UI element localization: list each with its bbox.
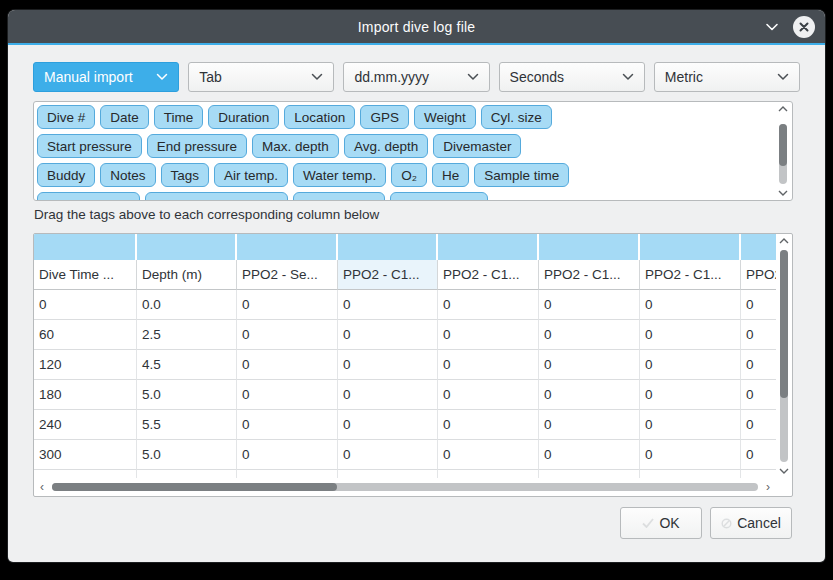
column-drop-target[interactable] [539,234,640,260]
field-tag[interactable]: O₂ [391,163,427,187]
table-cell: 0 [741,350,776,380]
column-drop-target[interactable] [640,234,741,260]
field-tag[interactable]: Notes [100,163,155,187]
tag-list-box: Dive #DateTimeDurationLocationGPSWeightC… [33,101,793,201]
column-header[interactable]: Depth (m) [137,260,237,290]
field-tag[interactable]: Dive # [37,105,95,129]
scroll-down-icon[interactable] [776,188,790,198]
field-separator-dropdown[interactable]: Tab [188,62,334,92]
cancel-button[interactable]: Cancel [710,507,792,539]
tag-row: Dive #DateTimeDurationLocationGPSWeightC… [37,105,772,129]
table-cell: 5.0 [137,440,237,470]
table-cell: 0 [338,380,438,410]
duration-format-dropdown[interactable]: Seconds [499,62,645,92]
chevron-down-icon[interactable] [765,23,779,31]
field-tag[interactable]: Water temp. [293,163,386,187]
field-tag[interactable]: Date [100,105,149,129]
units-dropdown[interactable]: Metric [654,62,800,92]
field-tag[interactable]: Weight [414,105,476,129]
table-cell: 0 [741,380,776,410]
dialog-buttons: OK Cancel [620,507,792,539]
tag-list-scrollbar[interactable] [776,104,790,198]
scroll-right-icon[interactable]: › [762,479,774,495]
field-tag[interactable]: Sample time [474,163,569,187]
table-cell: 0 [237,380,338,410]
field-tag[interactable]: Divemaster [433,134,521,158]
tag-row: Sample depthSample temperatureSample pO₂… [37,192,772,200]
field-tag[interactable]: Sample pO₂ [293,192,386,200]
tag-row: BuddyNotesTagsAir temp.Water temp.O₂HeSa… [37,163,772,187]
table-vertical-scrollbar[interactable] [777,236,791,476]
column-drop-target[interactable] [137,234,237,260]
field-tag[interactable]: GPS [360,105,409,129]
scroll-left-icon[interactable]: ‹ [36,479,48,495]
import-options-row: Manual importTabdd.mm.yyyySecondsMetric [33,62,800,92]
field-tag[interactable]: Sample temperature [145,192,287,200]
table-cell: 120 [34,350,137,380]
table-cell: 0 [438,350,539,380]
import-mode-dropdown[interactable]: Manual import [33,62,179,92]
column-header[interactable]: PPO2 - Se... [237,260,338,290]
field-tag[interactable]: Buddy [37,163,95,187]
field-tag[interactable]: Sample CNS [390,192,488,200]
table-cell: 0 [338,320,438,350]
cancel-icon [721,518,732,529]
table-cell: 0 [237,410,338,440]
table-cell: 0 [338,350,438,380]
column-drop-target[interactable] [338,234,438,260]
close-icon [799,22,809,32]
scroll-up-icon[interactable] [777,236,791,246]
table-row: 602.5000000 [34,320,776,350]
column-header[interactable]: PPO2 - C1... [438,260,539,290]
table-cell [539,470,640,478]
column-header[interactable]: PPO2 - C1... [338,260,438,290]
column-drop-target[interactable] [438,234,539,260]
table-horizontal-scrollbar[interactable]: ‹ › [36,479,774,495]
import-preview-table: Dive Time ...Depth (m)PPO2 - Se...PPO2 -… [33,233,793,497]
table-cell: 0 [237,350,338,380]
column-header[interactable]: Dive Time ... [34,260,137,290]
ok-button[interactable]: OK [620,507,702,539]
date-format-dropdown[interactable]: dd.mm.yyyy [343,62,489,92]
field-tag[interactable]: Time [154,105,204,129]
field-tag[interactable]: Start pressure [37,134,142,158]
table-row-partial [34,470,776,478]
field-separator-value: Tab [199,69,311,85]
column-header[interactable]: PPO2 - C1... [640,260,741,290]
column-drop-target[interactable] [237,234,338,260]
column-drop-target[interactable] [34,234,137,260]
table-cell: 240 [34,410,137,440]
column-header[interactable]: PPO2 - C1... [539,260,640,290]
scrollbar-thumb[interactable] [52,483,337,491]
field-tag[interactable]: Avg. depth [344,134,428,158]
field-tag[interactable]: Sample depth [37,192,140,200]
scroll-down-icon[interactable] [777,466,791,476]
table-cell: 0 [539,410,640,440]
table-cell: 0.0 [137,290,237,320]
table-cell: 0 [741,290,776,320]
table-cell: 0 [539,380,640,410]
column-header[interactable]: PPO2 [741,260,776,290]
field-tag[interactable]: Max. depth [252,134,339,158]
field-tag[interactable]: Tags [161,163,210,187]
table-cell: 0 [539,320,640,350]
scrollbar-thumb[interactable] [780,250,788,398]
field-tag[interactable]: Duration [208,105,279,129]
titlebar[interactable]: Import dive log file [8,10,825,45]
table-cell: 0 [438,290,539,320]
column-drop-target[interactable] [741,234,776,260]
field-tag[interactable]: Air temp. [214,163,288,187]
table-cell: 0 [539,350,640,380]
table-row: 2405.5000000 [34,410,776,440]
scrollbar-thumb[interactable] [779,124,787,166]
table-cell: 0 [640,350,741,380]
field-tag[interactable]: Location [284,105,355,129]
table-row: 00.0000000 [34,290,776,320]
field-tag[interactable]: Cyl. size [481,105,552,129]
scroll-up-icon[interactable] [776,104,790,114]
table-cell: 0 [640,320,741,350]
field-tag[interactable]: He [432,163,469,187]
field-tag[interactable]: End pressure [147,134,247,158]
close-button[interactable] [793,16,815,38]
table-cell: 0 [741,410,776,440]
